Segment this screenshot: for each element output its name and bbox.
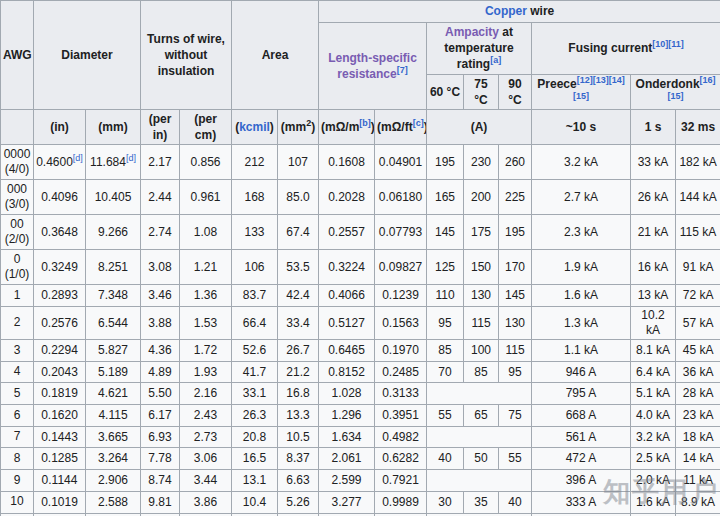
ampacity-75c-cell-value: 230 bbox=[471, 155, 491, 169]
ampacity-75c-cell: 175 bbox=[464, 215, 499, 250]
fusing-preece-cell: 668 A bbox=[532, 405, 631, 427]
ampacity-90c-cell-value: 225 bbox=[505, 190, 525, 204]
area-mm2-cell-value: 33.4 bbox=[286, 316, 309, 330]
fusing-preece-cell-value: 2.3 kA bbox=[564, 225, 598, 239]
ampacity-60c-cell: 40 bbox=[427, 448, 464, 470]
diameter-mm-cell-value: 2.906 bbox=[98, 473, 128, 487]
paren: ) bbox=[371, 120, 375, 134]
resistance-mohm-m-cell: 2.599 bbox=[319, 470, 375, 492]
fusing-preece-cell-value: 333 A bbox=[566, 495, 597, 509]
fusing-onderdonk-32ms-cell: 8.9 kA bbox=[676, 491, 720, 513]
reference-link[interactable]: [7] bbox=[397, 65, 408, 75]
area-kcmil-cell-value: 16.5 bbox=[243, 451, 266, 465]
ampacity-link[interactable]: Ampacity bbox=[445, 25, 499, 39]
turns-per-in-cell: 4.36 bbox=[141, 340, 180, 362]
fusing-onderdonk-1s-cell-value: 3.2 kA bbox=[636, 430, 670, 444]
resistance-mohm-ft-cell: 0.3951 bbox=[375, 405, 427, 427]
diameter-mm-cell-value: 11.684 bbox=[90, 155, 126, 169]
fusing-onderdonk-1s-cell-value: 33 kA bbox=[638, 155, 669, 169]
header-turns-of-wire: Turns of wire, without insulation bbox=[141, 1, 232, 110]
resistance-mohm-m-cell: 1.028 bbox=[319, 383, 375, 405]
awg-value: 0000 bbox=[3, 147, 31, 163]
reference-link[interactable]: [d] bbox=[73, 153, 83, 163]
resistance-mohm-m-cell-value: 0.8152 bbox=[328, 365, 365, 379]
turns-per-cm-cell: 1.21 bbox=[180, 250, 232, 285]
ampacity-90c-cell-value: 145 bbox=[505, 288, 525, 302]
resistance-mohm-ft-cell: 0.07793 bbox=[375, 215, 427, 250]
ampacity-75c-cell: 130 bbox=[464, 285, 499, 307]
area-mm2-cell-value: 5.26 bbox=[286, 495, 309, 509]
header-onderdonk: Onderdonk[16][15] bbox=[631, 74, 720, 109]
diameter-mm-cell: 8.251 bbox=[86, 250, 141, 285]
ampacity-75c-cell: 65 bbox=[464, 405, 499, 427]
fusing-preece-cell: 795 A bbox=[532, 383, 631, 405]
fusing-preece-cell-value: 472 A bbox=[566, 451, 597, 465]
resistance-mohm-m-cell: 0.4066 bbox=[319, 285, 375, 307]
turns-per-in-cell-value: 4.36 bbox=[148, 343, 171, 357]
diameter-in-cell: 0.1819 bbox=[34, 383, 86, 405]
resistance-mohm-ft-cell: 0.6282 bbox=[375, 448, 427, 470]
resistance-mohm-m-cell: 2.061 bbox=[319, 448, 375, 470]
reference-link[interactable]: [b] bbox=[359, 118, 371, 128]
ampacity-90c-cell: 170 bbox=[499, 250, 532, 285]
fusing-preece-cell: 946 A bbox=[532, 361, 631, 383]
diameter-in-cell-value: 0.2576 bbox=[41, 316, 78, 330]
copper-link[interactable]: Copper bbox=[485, 4, 527, 18]
reference-link[interactable]: [12][13][14][15] bbox=[573, 75, 625, 101]
preece-label: Preece bbox=[537, 77, 576, 91]
resistance-mohm-m-cell-value: 2.599 bbox=[332, 473, 362, 487]
area-kcmil-cell: 212 bbox=[232, 145, 278, 180]
ampacity-75c-cell-value: 130 bbox=[471, 288, 491, 302]
awg-cell: 2 bbox=[1, 307, 34, 340]
awg-alias: (3/0) bbox=[3, 197, 31, 213]
diameter-in-cell: 0.3648 bbox=[34, 215, 86, 250]
diameter-in-cell-value: 0.3648 bbox=[41, 225, 78, 239]
fusing-preece-cell-value: 3.2 kA bbox=[564, 155, 598, 169]
area-mm2-cell-value: 107 bbox=[288, 155, 308, 169]
turns-per-cm-cell: 3.86 bbox=[180, 491, 232, 513]
diameter-in-cell-value: 0.2893 bbox=[41, 288, 78, 302]
area-kcmil-cell: 41.7 bbox=[232, 361, 278, 383]
reference-link[interactable]: [10][11] bbox=[652, 39, 684, 49]
fusing-onderdonk-32ms-cell-value: 18 kA bbox=[683, 430, 714, 444]
reference-link[interactable]: [a] bbox=[490, 55, 501, 65]
reference-link[interactable]: [d] bbox=[126, 153, 136, 163]
turns-per-in-cell-value: 3.08 bbox=[148, 260, 171, 274]
ampacity-90c-cell: 75 bbox=[499, 405, 532, 427]
paren: ) bbox=[311, 120, 315, 134]
diameter-mm-cell: 9.266 bbox=[86, 215, 141, 250]
turns-per-in-cell-value: 8.74 bbox=[148, 473, 171, 487]
ampacity-60c-cell-value: 85 bbox=[438, 343, 451, 357]
kcmil-link[interactable]: kcmil bbox=[239, 120, 270, 134]
area-mm2-cell-value: 16.8 bbox=[286, 386, 309, 400]
turns-per-cm-cell-value: 0.961 bbox=[191, 190, 221, 204]
ampacity-75c-cell-value: 65 bbox=[474, 408, 487, 422]
resistance-mohm-ft-cell: 0.9989 bbox=[375, 491, 427, 513]
table-row: 50.18194.6215.502.1633.116.81.0280.31337… bbox=[1, 383, 720, 405]
ampacity-75c-cell: 200 bbox=[464, 180, 499, 215]
diameter-mm-cell: 4.621 bbox=[86, 383, 141, 405]
resistance-mohm-m-cell: 1.634 bbox=[319, 426, 375, 448]
ampacity-75c-cell: 50 bbox=[464, 448, 499, 470]
resistance-mohm-m-cell: 0.2557 bbox=[319, 215, 375, 250]
awg-alias: (4/0) bbox=[3, 162, 31, 178]
ampacity-60c-cell-value: 145 bbox=[435, 225, 455, 239]
area-mm2-cell-value: 10.5 bbox=[286, 430, 309, 444]
ampacity-75c-cell: 85 bbox=[464, 361, 499, 383]
turns-per-cm-cell-value: 0.856 bbox=[191, 155, 221, 169]
area-kcmil-cell-value: 212 bbox=[245, 155, 265, 169]
resistance-mohm-m-cell-value: 1.028 bbox=[332, 386, 362, 400]
diameter-mm-cell-value: 9.266 bbox=[98, 225, 128, 239]
turns-per-in-cell-value: 4.89 bbox=[148, 365, 171, 379]
reference-link[interactable]: [c] bbox=[413, 118, 424, 128]
ampacity-75c-cell: 115 bbox=[464, 307, 499, 340]
turns-per-in-cell-value: 2.44 bbox=[148, 190, 171, 204]
ampacity-90c-cell-value: 195 bbox=[505, 225, 525, 239]
diameter-mm-cell-value: 4.621 bbox=[98, 386, 128, 400]
unit-in: (in) bbox=[34, 109, 86, 144]
fusing-onderdonk-1s-cell: 6.4 kA bbox=[631, 361, 676, 383]
awg-cell: 000(3/0) bbox=[1, 180, 34, 215]
fusing-onderdonk-1s-cell: 33 kA bbox=[631, 145, 676, 180]
awg-value: 000 bbox=[3, 182, 31, 198]
header-90c: 90 °C bbox=[499, 74, 532, 109]
